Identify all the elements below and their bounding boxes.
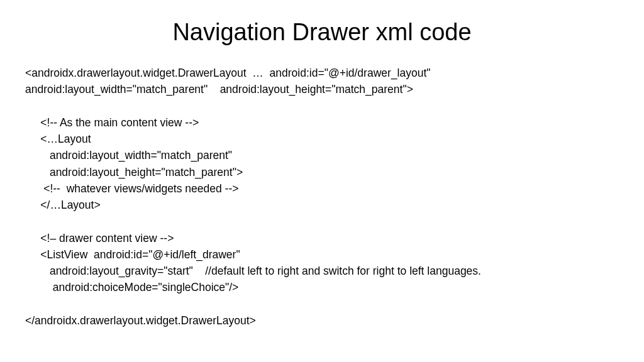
slide-container: Navigation Drawer xml code <androidx.dra… <box>0 0 644 362</box>
slide-title: Navigation Drawer xml code <box>25 19 619 46</box>
code-block: <androidx.drawerlayout.widget.DrawerLayo… <box>25 65 619 329</box>
